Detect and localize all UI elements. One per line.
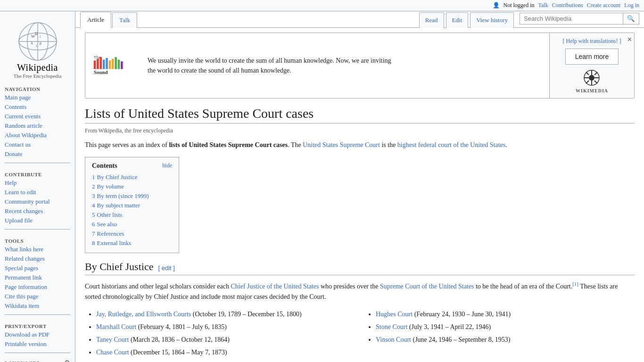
hfc-link[interactable]: highest federal court of the United Stat…: [397, 141, 505, 148]
scotus-link-2[interactable]: Supreme Court of the United States: [380, 283, 474, 290]
list-item: Marshall Court (February 4, 1801 – July …: [96, 321, 355, 333]
sidebar-item-special-pages[interactable]: Special pages: [0, 263, 75, 273]
toc-item-7: 7References: [92, 229, 172, 239]
search-box: 🔍: [520, 13, 639, 25]
tab-article[interactable]: Article: [80, 12, 111, 28]
scotus-link[interactable]: United States Supreme Court: [303, 141, 380, 148]
sidebar-item-permanent-link[interactable]: Permanent link: [0, 273, 75, 282]
list-item: Vinson Court (June 24, 1946 – September …: [376, 334, 635, 346]
svg-rect-12: [94, 60, 96, 69]
footnote-1[interactable]: [1]: [572, 281, 578, 287]
toc-link-6[interactable]: 6See also: [92, 221, 117, 228]
toc-title: Contents hide: [92, 162, 172, 170]
svg-text:of All Human Knowledge.: of All Human Knowledge.: [94, 75, 132, 76]
sidebar-item-contents[interactable]: Contents: [0, 102, 75, 112]
court-link[interactable]: Taney Court: [96, 336, 129, 343]
court-link[interactable]: Stone Court: [376, 323, 407, 330]
sidebar-item-donate[interactable]: Donate: [0, 149, 75, 159]
sidebar-item-contact-us[interactable]: Contact us: [0, 140, 75, 149]
talk-link[interactable]: Talk: [538, 2, 548, 9]
sidebar-item-wikidata-item[interactable]: Wikidata item: [0, 301, 75, 311]
court-link[interactable]: Hughes Court: [376, 311, 413, 318]
section-heading-text: By Chief Justice: [85, 261, 153, 273]
tools-heading: Tools: [0, 233, 75, 245]
action-read[interactable]: Read: [419, 12, 444, 28]
sidebar-item-upload-file[interactable]: Upload file: [0, 216, 75, 225]
search-input[interactable]: [520, 13, 623, 25]
court-link[interactable]: Vinson Court: [376, 336, 411, 343]
not-logged-in: Not logged in: [504, 2, 535, 9]
sidebar-item-download-pdf[interactable]: Download as PDF: [0, 330, 75, 339]
court-link[interactable]: Chase Court: [96, 349, 129, 356]
wikimedia-logo: WIKIMEDIA: [576, 68, 608, 93]
sidebar-divider-3: [5, 314, 70, 315]
toc-link-2[interactable]: 2By volume: [92, 183, 124, 190]
toc-link-3[interactable]: 3By term (since 1999): [92, 192, 149, 199]
sidebar-item-current-events[interactable]: Current events: [0, 112, 75, 121]
toc-hide-button[interactable]: hide: [162, 162, 172, 170]
sidebar-item-what-links-here[interactable]: What links here: [0, 245, 75, 254]
learn-more-button[interactable]: Learn more: [565, 49, 619, 65]
sidebar-item-related-changes[interactable]: Related changes: [0, 254, 75, 263]
action-edit[interactable]: Edit: [446, 12, 469, 28]
sidebar-item-recent-changes[interactable]: Recent changes: [0, 206, 75, 216]
banner-text: We usually invite the world to create th…: [148, 56, 391, 75]
action-view-history[interactable]: View history: [470, 12, 514, 28]
svg-line-31: [594, 81, 597, 83]
languages-heading: Languages: [5, 360, 40, 362]
list-item: Taney Court (March 28, 1836 – October 12…: [96, 334, 355, 346]
contribute-heading: Contribute: [0, 167, 75, 178]
toc-link-4[interactable]: 4By subject matter: [92, 202, 140, 209]
svg-text:Ω: Ω: [35, 32, 38, 36]
svg-text:i: i: [36, 44, 37, 48]
toc-link-1[interactable]: 1By Chief Justice: [92, 173, 137, 181]
page-title: Lists of United States Supreme Court cas…: [85, 106, 635, 123]
sound-logo-icon: The: [93, 53, 140, 76]
sidebar-divider-4: [5, 353, 70, 353]
tools-nav: What links here Related changes Special …: [0, 245, 75, 311]
sidebar-item-help[interactable]: Help: [0, 178, 75, 188]
sidebar-item-learn-to-edit[interactable]: Learn to edit: [0, 188, 75, 197]
wikipedia-globe-icon: W Ω i k i p: [17, 21, 58, 62]
list-item: Chase Court (December 15, 1864 – May 7, …: [96, 346, 355, 358]
help-translations-link[interactable]: [ Help with translations! ]: [563, 38, 621, 45]
court-link[interactable]: Jay, Rutledge, and Ellsworth Courts: [96, 311, 191, 318]
section-edit-link[interactable]: edit: [162, 264, 172, 272]
svg-text:p: p: [40, 41, 41, 45]
chief-justice-link[interactable]: Chief Justice of the United States: [231, 283, 319, 290]
log-in-link[interactable]: Log in: [624, 2, 639, 9]
sidebar-item-page-information[interactable]: Page information: [0, 282, 75, 292]
svg-line-33: [586, 81, 589, 83]
sidebar-item-community-portal[interactable]: Community portal: [0, 197, 75, 206]
toc-link-7[interactable]: 7References: [92, 230, 124, 237]
wikipedia-subtitle: The Free Encyclopedia: [5, 73, 70, 79]
svg-text:i: i: [40, 34, 41, 39]
main-content: Article Talk Read Edit View history 🔍: [75, 11, 644, 362]
toc-link-8[interactable]: 8External links: [92, 239, 131, 247]
sidebar-item-printable-version[interactable]: Printable version: [0, 339, 75, 349]
toc-link-5[interactable]: 5Other lists: [92, 211, 122, 218]
svg-rect-17: [109, 60, 111, 69]
create-account-link[interactable]: Create account: [587, 2, 621, 9]
toc-item-8: 8External links: [92, 239, 172, 248]
navigation-heading: Navigation: [0, 82, 75, 93]
toc-item-4: 4By subject matter: [92, 201, 172, 210]
svg-rect-21: [121, 61, 123, 69]
banner-close-button[interactable]: ×: [627, 35, 632, 44]
tab-talk[interactable]: Talk: [112, 12, 137, 28]
sidebar-item-main-page[interactable]: Main page: [0, 93, 75, 102]
list-item: Stone Court (July 3, 1941 – April 22, 19…: [376, 321, 635, 333]
sidebar-item-random-article[interactable]: Random article: [0, 121, 75, 131]
intro-bold: lists of United States Supreme Court cas…: [169, 141, 288, 148]
languages-settings-icon[interactable]: ⚙: [64, 359, 70, 362]
layout: W Ω i k i p Wikipedia The Free Encyclope…: [0, 11, 644, 362]
page-tabs: Article Talk: [80, 11, 419, 27]
court-link[interactable]: Marshall Court: [96, 323, 136, 330]
sidebar-item-cite-this-page[interactable]: Cite this page: [0, 292, 75, 301]
table-of-contents: Contents hide 1By Chief Justice 2By volu…: [85, 157, 179, 253]
search-button[interactable]: 🔍: [623, 13, 639, 25]
sidebar-item-about-wikipedia[interactable]: About Wikipedia: [0, 131, 75, 140]
toc-item-2: 2By volume: [92, 182, 172, 191]
contributions-link[interactable]: Contributions: [552, 2, 583, 9]
intro-text: This page serves as an index of lists of…: [85, 140, 635, 150]
